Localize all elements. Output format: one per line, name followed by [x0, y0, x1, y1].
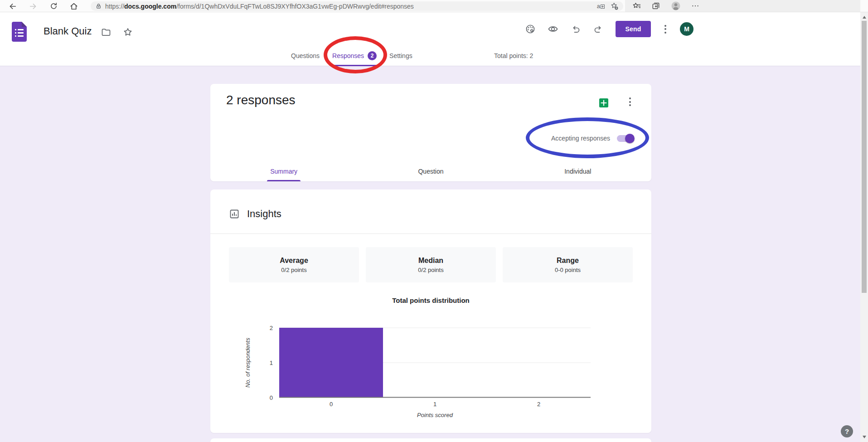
chart-xtick-label: 1 [433, 401, 436, 408]
total-points-label: Total points: 2 [494, 52, 533, 59]
google-forms-logo[interactable] [12, 22, 27, 42]
chart-bar [279, 328, 383, 398]
insights-chart-icon [229, 209, 240, 219]
address-bar[interactable]: https://docs.google.com/forms/d/1QwhDxVd… [91, 1, 623, 11]
insights-card: Insights Average 0/2 points Median 0/2 p… [210, 189, 651, 433]
chart-x-axis-label: Points scored [279, 412, 591, 418]
responses-card: 2 responses Accepting responses Summary … [210, 84, 651, 181]
active-subtab-indicator [267, 180, 301, 181]
scrollbar-thumb[interactable] [862, 21, 867, 293]
responses-more-options-icon[interactable] [627, 97, 633, 106]
form-title[interactable]: Blank Quiz [44, 25, 92, 37]
chart-xtick-label: 0 [330, 401, 333, 408]
tab-settings[interactable]: Settings [388, 45, 413, 66]
responses-count-title: 2 responses [226, 93, 296, 107]
next-card-partial [210, 438, 651, 442]
insights-stats: Average 0/2 points Median 0/2 points Ran… [229, 247, 633, 282]
move-to-folder-icon[interactable] [101, 27, 112, 38]
responses-count-badge: 2 [368, 51, 377, 60]
header-controls: Send M [525, 21, 693, 37]
stat-median: Median 0/2 points [366, 247, 496, 282]
chart-x-axis-line [279, 397, 591, 398]
account-avatar[interactable]: M [680, 22, 693, 36]
profile-avatar-icon[interactable] [670, 0, 681, 11]
browser-menu-icon[interactable] [691, 2, 699, 10]
collections-icon[interactable] [651, 1, 660, 10]
translate-icon[interactable]: a [597, 4, 605, 9]
browser-back-icon[interactable] [7, 0, 19, 12]
subtab-question[interactable]: Question [357, 161, 504, 181]
chart-ytick-label: 1 [270, 360, 273, 366]
subtab-individual[interactable]: Individual [504, 161, 651, 181]
preview-eye-icon[interactable] [548, 24, 558, 34]
chart-ytick-label: 0 [270, 395, 273, 401]
accepting-responses-label: Accepting responses [551, 135, 610, 142]
redo-icon[interactable] [593, 24, 604, 34]
subtab-summary[interactable]: Summary [210, 161, 357, 181]
accepting-responses-row: Accepting responses [551, 131, 634, 145]
active-tab-indicator [331, 65, 378, 66]
chart-yticks: 012 [257, 328, 273, 398]
link-to-sheets-icon[interactable] [598, 97, 609, 108]
browser-forward-icon [27, 0, 39, 12]
stat-average: Average 0/2 points [229, 247, 359, 282]
scrollbar-down-arrow[interactable] [863, 436, 866, 438]
page-scrollbar[interactable] [860, 12, 868, 442]
toggle-knob [625, 134, 635, 143]
url-text: https://docs.google.com/forms/d/1QwhDxVd… [105, 3, 414, 10]
favorites-icon[interactable] [632, 1, 641, 10]
tab-responses[interactable]: Responses 2 [331, 45, 378, 66]
chart-y-axis-label: No. of respondents [244, 338, 251, 388]
header-more-options-icon[interactable] [663, 25, 668, 34]
chart-ytick-label: 2 [270, 325, 273, 331]
browser-home-icon[interactable] [68, 0, 80, 12]
chart-plot [279, 328, 591, 398]
star-form-icon[interactable] [122, 27, 133, 38]
add-favorite-icon[interactable] [610, 2, 619, 10]
lock-icon [95, 3, 102, 10]
stat-range: Range 0-0 points [503, 247, 633, 282]
toolbar-right-section [625, 0, 860, 12]
scrollbar-up-arrow[interactable] [863, 16, 866, 19]
insights-title: Insights [247, 208, 281, 220]
browser-toolbar: https://docs.google.com/forms/d/1QwhDxVd… [0, 0, 868, 12]
app-header [0, 12, 868, 66]
chart-title: Total points distribution [210, 296, 651, 304]
theme-palette-icon[interactable] [525, 24, 536, 34]
chart-xtick-label: 2 [537, 401, 540, 408]
screen: https://docs.google.com/forms/d/1QwhDxVd… [0, 0, 868, 442]
responses-subtabs: Summary Question Individual [210, 161, 651, 181]
accepting-responses-toggle[interactable] [617, 135, 634, 142]
browser-refresh-icon[interactable] [48, 0, 59, 12]
chart-xticks: 012 [279, 401, 591, 408]
tab-questions[interactable]: Questions [290, 45, 320, 66]
form-tabs: Questions Responses 2 Settings [290, 45, 413, 66]
send-button[interactable]: Send [616, 21, 651, 37]
divider [210, 233, 651, 234]
help-button[interactable]: ? [841, 425, 853, 437]
undo-icon[interactable] [570, 24, 581, 34]
